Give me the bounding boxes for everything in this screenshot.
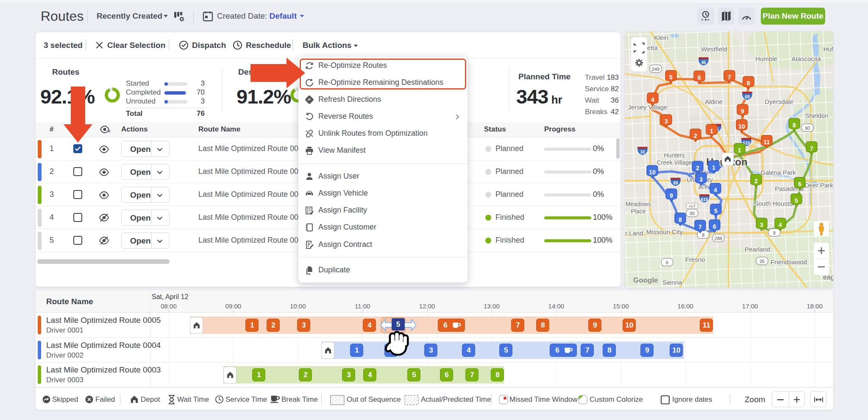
svg-text:69: 69: [745, 95, 750, 99]
svg-text:1: 1: [738, 147, 741, 154]
svg-text:5: 5: [669, 74, 673, 81]
svg-text:11: 11: [764, 139, 770, 146]
svg-text:Westfield: Westfield: [701, 45, 727, 53]
svg-text:6: 6: [798, 181, 801, 188]
svg-text:Pearland: Pearland: [745, 246, 770, 253]
svg-text:7: 7: [728, 74, 731, 81]
svg-text:69: 69: [673, 181, 678, 185]
svg-text:Sienna: Sienna: [662, 279, 682, 286]
svg-text:Huff: Huff: [823, 45, 833, 53]
svg-text:Atascocita: Atascocita: [791, 55, 821, 62]
svg-text:45: 45: [701, 60, 706, 65]
svg-text:Google: Google: [633, 276, 658, 284]
svg-text:Klein: Klein: [654, 34, 668, 41]
svg-text:610: 610: [701, 197, 708, 202]
svg-text:3: 3: [665, 118, 668, 125]
svg-text:9: 9: [670, 192, 673, 199]
svg-text:Humble: Humble: [755, 55, 777, 62]
svg-text:Missouri City: Missouri City: [646, 228, 683, 235]
svg-text:Aldine: Aldine: [705, 98, 723, 105]
svg-text:Galena Park: Galena Park: [760, 169, 796, 176]
svg-text:8: 8: [773, 230, 776, 235]
svg-text:8: 8: [679, 216, 682, 223]
svg-text:2: 2: [696, 165, 699, 171]
svg-text:Deer Park: Deer Park: [804, 182, 833, 189]
svg-text:10: 10: [649, 169, 656, 176]
svg-text:288: 288: [715, 236, 722, 241]
svg-text:3: 3: [760, 221, 763, 228]
svg-text:Jersey Village: Jersey Village: [628, 104, 667, 111]
svg-text:10: 10: [640, 150, 645, 154]
svg-text:9: 9: [741, 108, 744, 115]
svg-text:4: 4: [779, 221, 782, 228]
svg-text:6: 6: [698, 74, 701, 81]
svg-text:4: 4: [714, 187, 717, 193]
svg-text:Friendswood: Friendswood: [771, 258, 807, 266]
svg-text:Dyersdale: Dyersdale: [765, 98, 793, 105]
svg-text:5: 5: [714, 207, 718, 214]
svg-text:4: 4: [651, 96, 654, 103]
svg-text:ALT: ALT: [689, 204, 696, 208]
svg-text:8: 8: [793, 122, 796, 129]
svg-text:6: 6: [713, 223, 716, 230]
svg-text:2: 2: [754, 178, 758, 185]
svg-text:90: 90: [805, 126, 810, 131]
svg-text:249: 249: [652, 67, 659, 72]
svg-text:7: 7: [698, 224, 702, 230]
svg-text:35: 35: [760, 259, 765, 264]
svg-text:ar Land: ar Land: [625, 230, 643, 237]
svg-text:Fresno: Fresno: [685, 256, 705, 263]
svg-text:Hunters: Hunters: [664, 152, 684, 159]
svg-text:x: x: [108, 129, 110, 133]
svg-text:6: 6: [666, 260, 668, 265]
svg-text:ace: ace: [698, 183, 708, 190]
svg-text:90: 90: [690, 211, 695, 216]
svg-text:8: 8: [702, 232, 704, 238]
svg-text:Sheldon: Sheldon: [805, 112, 828, 119]
svg-text:3: 3: [699, 176, 703, 183]
svg-text:1: 1: [710, 128, 713, 134]
svg-text:1: 1: [712, 164, 715, 171]
svg-text:5: 5: [795, 197, 798, 204]
svg-text:2: 2: [694, 132, 697, 139]
svg-text:10: 10: [738, 123, 745, 130]
svg-text:8: 8: [747, 80, 750, 87]
svg-text:South Houston: South Houston: [754, 200, 796, 207]
svg-text:Creek Village: Creek Village: [657, 159, 692, 166]
svg-text:Place: Place: [631, 208, 645, 215]
svg-text:7: 7: [810, 145, 813, 152]
svg-text:Meadows: Meadows: [626, 201, 651, 207]
